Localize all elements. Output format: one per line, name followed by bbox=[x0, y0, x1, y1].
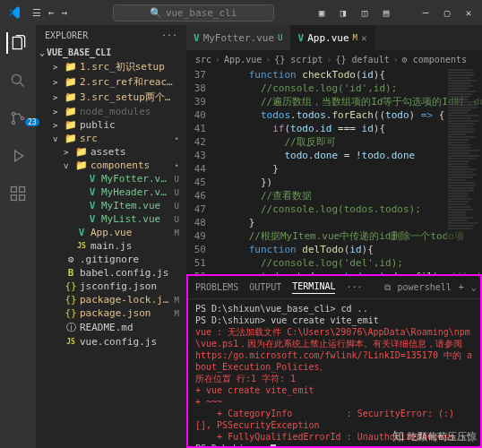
layout-icon[interactable]: ▣ bbox=[315, 7, 328, 19]
tree-item[interactable]: ⚙.gitignore bbox=[36, 253, 186, 266]
tree-item[interactable]: {}package-lock.jsonM bbox=[36, 293, 186, 306]
panel-tab[interactable]: TERMINAL bbox=[292, 281, 335, 294]
terminal-tabs: PROBLEMSOUTPUTTERMINAL··· ⧉ powershell +… bbox=[188, 276, 480, 299]
tree-item[interactable]: VMyList.vueU bbox=[36, 212, 186, 226]
tree-item[interactable]: v📁src• bbox=[36, 132, 186, 145]
breadcrumb-item[interactable]: {} script bbox=[274, 55, 323, 65]
layout-icon[interactable]: ◫ bbox=[358, 7, 371, 19]
panel-tab[interactable]: OUTPUT bbox=[249, 282, 281, 292]
editor-tabs: VMyFotter.vueUVApp.vueM✕ bbox=[186, 25, 482, 50]
svg-rect-5 bbox=[20, 187, 25, 193]
editor-tab[interactable]: VApp.vueM✕ bbox=[291, 25, 375, 50]
sidebar-header: EXPLORER ··· bbox=[36, 25, 186, 46]
tree-item[interactable]: VApp.vueM bbox=[36, 226, 186, 239]
menu-icon[interactable]: ☰ bbox=[29, 7, 45, 19]
tree-item[interactable]: {}jsconfig.json bbox=[36, 280, 186, 293]
file-tree: >📁1.src_初识setup>📁2.src_ref和reacti...>📁3.… bbox=[36, 59, 186, 448]
terminal-controls: ⧉ powershell + ⌄ ⬓ 🗑 ⌃ ✕ bbox=[384, 282, 482, 293]
breadcrumb-item[interactable]: ⚙ components bbox=[402, 55, 467, 65]
source-control-icon[interactable]: 23 bbox=[7, 108, 29, 129]
minimap[interactable] bbox=[446, 68, 482, 274]
svg-point-3 bbox=[21, 116, 23, 119]
layout-icon[interactable]: ◨ bbox=[337, 7, 349, 19]
breadcrumb[interactable]: src›App.vue›{} script›{} default›⚙ compo… bbox=[186, 50, 482, 68]
title-bar: ☰ ← → 🔍vue_base_cli ▣ ◨ ◫ ▤ ─ ▢ ✕ bbox=[0, 0, 482, 25]
arrow-left-icon[interactable]: ← bbox=[45, 7, 58, 19]
tree-item[interactable]: >📁node_modules bbox=[36, 105, 186, 118]
tree-item[interactable]: VMyItem.vueU bbox=[36, 199, 186, 212]
code-editor[interactable]: 3738394041424344454647484950515253 funct… bbox=[186, 68, 482, 274]
tree-item[interactable]: {}package.jsonM bbox=[36, 306, 186, 320]
extensions-icon[interactable] bbox=[7, 183, 29, 204]
command-center[interactable]: 🔍vue_base_cli bbox=[71, 4, 315, 22]
shell-icon[interactable]: ⧉ bbox=[384, 282, 391, 293]
search-activity-icon[interactable] bbox=[7, 70, 29, 91]
window-maximize[interactable]: ▢ bbox=[441, 7, 453, 19]
tree-item[interactable]: >📁2.src_ref和reacti... bbox=[36, 74, 186, 90]
svg-point-1 bbox=[12, 112, 14, 115]
breadcrumb-item[interactable]: {} default bbox=[336, 55, 390, 65]
breadcrumb-item[interactable]: src bbox=[195, 55, 211, 65]
code-content[interactable]: function checkTodo(id){ //console.log('i… bbox=[213, 68, 482, 274]
project-header[interactable]: ⌄ VUE_BASE_CLI bbox=[36, 46, 186, 59]
tree-item[interactable]: JSmain.js bbox=[36, 239, 186, 253]
tree-item[interactable]: JSvue.config.js bbox=[36, 335, 186, 349]
tree-item[interactable]: >📁1.src_初识setup bbox=[36, 59, 186, 74]
panel-tab[interactable]: PROBLEMS bbox=[195, 282, 238, 292]
sidebar-more-icon[interactable]: ··· bbox=[161, 30, 177, 40]
zhihu-logo-icon: 知 bbox=[392, 428, 404, 444]
tree-item[interactable]: VMyFotter.vueU bbox=[36, 172, 186, 185]
layout-icon[interactable]: ▤ bbox=[380, 7, 392, 19]
tree-item[interactable]: >📁assets bbox=[36, 145, 186, 159]
sidebar: EXPLORER ··· ⌄ VUE_BASE_CLI >📁1.src_初识se… bbox=[36, 25, 186, 448]
svg-rect-6 bbox=[12, 195, 17, 201]
window-minimize[interactable]: ─ bbox=[419, 7, 432, 19]
line-gutter: 3738394041424344454647484950515253 bbox=[186, 68, 213, 274]
terminal-panel: PROBLEMSOUTPUTTERMINAL··· ⧉ powershell +… bbox=[186, 274, 482, 448]
search-icon: 🔍 bbox=[150, 7, 162, 19]
tree-item[interactable]: >📁public bbox=[36, 118, 186, 132]
close-tab-icon[interactable]: ✕ bbox=[361, 32, 367, 44]
tree-item[interactable]: >📁3.src_setup两个... bbox=[36, 90, 186, 105]
shell-label[interactable]: powershell bbox=[398, 282, 452, 292]
panel-tab[interactable]: ··· bbox=[346, 282, 362, 292]
arrow-right-icon[interactable]: → bbox=[58, 7, 72, 19]
scm-badge: 23 bbox=[25, 118, 39, 126]
terminal-dropdown-icon[interactable]: ⌄ bbox=[471, 282, 477, 292]
vscode-logo-icon bbox=[7, 5, 22, 20]
tree-item[interactable]: ⓘREADME.md bbox=[36, 320, 186, 335]
new-terminal-icon[interactable]: + bbox=[459, 282, 464, 292]
tree-item[interactable]: VMyHeader.vueU bbox=[36, 185, 186, 199]
window-close[interactable]: ✕ bbox=[462, 7, 475, 19]
tree-item[interactable]: v📁components• bbox=[36, 159, 186, 172]
breadcrumb-item[interactable]: App.vue bbox=[224, 55, 262, 65]
editor-tab[interactable]: VMyFotter.vueU bbox=[186, 25, 291, 50]
chevron-down-icon: ⌄ bbox=[39, 47, 45, 57]
watermark: 知 吃颗葡萄压压惊 bbox=[392, 428, 477, 444]
debug-icon[interactable] bbox=[7, 145, 29, 167]
terminal-body[interactable]: PS D:\shixun\vue_base_cli> cd ..PS D:\sh… bbox=[188, 299, 480, 446]
svg-rect-4 bbox=[12, 187, 17, 193]
activity-bar: 23 bbox=[0, 25, 36, 448]
svg-point-0 bbox=[12, 74, 21, 83]
editor-area: VMyFotter.vueUVApp.vueM✕ src›App.vue›{} … bbox=[186, 25, 482, 448]
explorer-icon[interactable] bbox=[6, 32, 28, 54]
svg-rect-7 bbox=[20, 195, 25, 201]
svg-point-2 bbox=[12, 121, 14, 124]
tree-item[interactable]: Bbabel.config.js bbox=[36, 266, 186, 280]
